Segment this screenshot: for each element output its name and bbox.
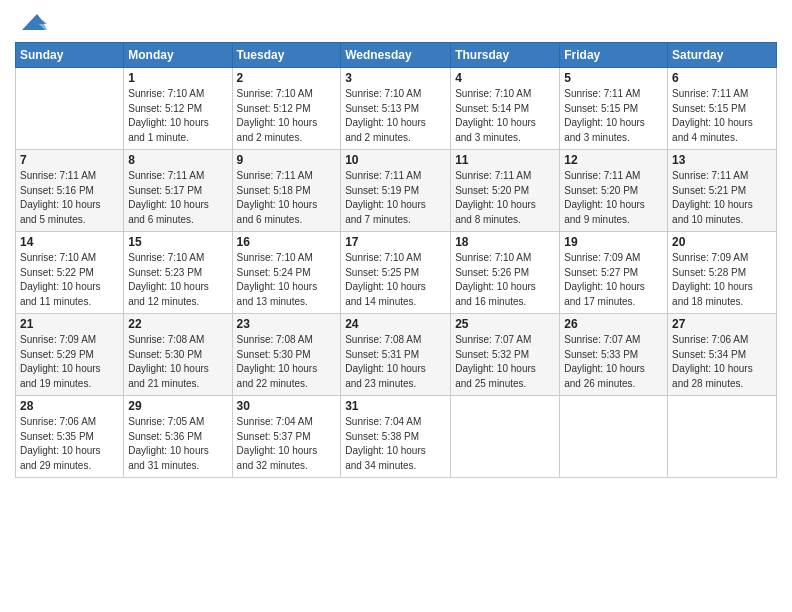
day-number: 31 [345, 399, 446, 413]
day-cell [451, 396, 560, 478]
day-info: Sunrise: 7:10 AMSunset: 5:24 PMDaylight:… [237, 251, 337, 309]
day-info: Sunrise: 7:07 AMSunset: 5:33 PMDaylight:… [564, 333, 663, 391]
day-info: Sunrise: 7:10 AMSunset: 5:26 PMDaylight:… [455, 251, 555, 309]
day-cell: 6Sunrise: 7:11 AMSunset: 5:15 PMDaylight… [668, 68, 777, 150]
day-cell: 30Sunrise: 7:04 AMSunset: 5:37 PMDayligh… [232, 396, 341, 478]
day-info: Sunrise: 7:07 AMSunset: 5:32 PMDaylight:… [455, 333, 555, 391]
day-cell: 16Sunrise: 7:10 AMSunset: 5:24 PMDayligh… [232, 232, 341, 314]
day-number: 1 [128, 71, 227, 85]
col-tuesday: Tuesday [232, 43, 341, 68]
day-number: 8 [128, 153, 227, 167]
day-info: Sunrise: 7:08 AMSunset: 5:31 PMDaylight:… [345, 333, 446, 391]
day-number: 7 [20, 153, 119, 167]
day-number: 13 [672, 153, 772, 167]
day-cell: 22Sunrise: 7:08 AMSunset: 5:30 PMDayligh… [124, 314, 232, 396]
day-number: 10 [345, 153, 446, 167]
day-cell [668, 396, 777, 478]
day-cell: 14Sunrise: 7:10 AMSunset: 5:22 PMDayligh… [16, 232, 124, 314]
day-number: 17 [345, 235, 446, 249]
day-number: 23 [237, 317, 337, 331]
day-info: Sunrise: 7:11 AMSunset: 5:19 PMDaylight:… [345, 169, 446, 227]
day-info: Sunrise: 7:09 AMSunset: 5:29 PMDaylight:… [20, 333, 119, 391]
week-row-1: 1Sunrise: 7:10 AMSunset: 5:12 PMDaylight… [16, 68, 777, 150]
day-number: 2 [237, 71, 337, 85]
day-cell: 26Sunrise: 7:07 AMSunset: 5:33 PMDayligh… [560, 314, 668, 396]
day-info: Sunrise: 7:10 AMSunset: 5:13 PMDaylight:… [345, 87, 446, 145]
day-number: 25 [455, 317, 555, 331]
day-cell: 7Sunrise: 7:11 AMSunset: 5:16 PMDaylight… [16, 150, 124, 232]
day-info: Sunrise: 7:08 AMSunset: 5:30 PMDaylight:… [128, 333, 227, 391]
day-info: Sunrise: 7:09 AMSunset: 5:27 PMDaylight:… [564, 251, 663, 309]
calendar-table: Sunday Monday Tuesday Wednesday Thursday… [15, 42, 777, 478]
day-info: Sunrise: 7:10 AMSunset: 5:12 PMDaylight:… [237, 87, 337, 145]
day-number: 5 [564, 71, 663, 85]
day-cell: 4Sunrise: 7:10 AMSunset: 5:14 PMDaylight… [451, 68, 560, 150]
day-info: Sunrise: 7:10 AMSunset: 5:12 PMDaylight:… [128, 87, 227, 145]
day-info: Sunrise: 7:11 AMSunset: 5:20 PMDaylight:… [455, 169, 555, 227]
day-cell: 20Sunrise: 7:09 AMSunset: 5:28 PMDayligh… [668, 232, 777, 314]
day-cell: 29Sunrise: 7:05 AMSunset: 5:36 PMDayligh… [124, 396, 232, 478]
day-info: Sunrise: 7:05 AMSunset: 5:36 PMDaylight:… [128, 415, 227, 473]
day-cell: 11Sunrise: 7:11 AMSunset: 5:20 PMDayligh… [451, 150, 560, 232]
day-number: 22 [128, 317, 227, 331]
day-number: 26 [564, 317, 663, 331]
col-thursday: Thursday [451, 43, 560, 68]
day-cell: 15Sunrise: 7:10 AMSunset: 5:23 PMDayligh… [124, 232, 232, 314]
col-friday: Friday [560, 43, 668, 68]
day-cell: 5Sunrise: 7:11 AMSunset: 5:15 PMDaylight… [560, 68, 668, 150]
day-number: 15 [128, 235, 227, 249]
page: Sunday Monday Tuesday Wednesday Thursday… [0, 0, 792, 612]
day-cell: 31Sunrise: 7:04 AMSunset: 5:38 PMDayligh… [341, 396, 451, 478]
header-row: Sunday Monday Tuesday Wednesday Thursday… [16, 43, 777, 68]
header [15, 10, 777, 34]
logo [15, 10, 47, 34]
day-number: 9 [237, 153, 337, 167]
day-number: 6 [672, 71, 772, 85]
day-info: Sunrise: 7:06 AMSunset: 5:34 PMDaylight:… [672, 333, 772, 391]
day-cell: 13Sunrise: 7:11 AMSunset: 5:21 PMDayligh… [668, 150, 777, 232]
day-cell: 10Sunrise: 7:11 AMSunset: 5:19 PMDayligh… [341, 150, 451, 232]
day-cell [16, 68, 124, 150]
col-saturday: Saturday [668, 43, 777, 68]
week-row-5: 28Sunrise: 7:06 AMSunset: 5:35 PMDayligh… [16, 396, 777, 478]
day-cell: 24Sunrise: 7:08 AMSunset: 5:31 PMDayligh… [341, 314, 451, 396]
day-info: Sunrise: 7:04 AMSunset: 5:37 PMDaylight:… [237, 415, 337, 473]
day-cell: 27Sunrise: 7:06 AMSunset: 5:34 PMDayligh… [668, 314, 777, 396]
day-info: Sunrise: 7:11 AMSunset: 5:17 PMDaylight:… [128, 169, 227, 227]
day-cell: 12Sunrise: 7:11 AMSunset: 5:20 PMDayligh… [560, 150, 668, 232]
day-number: 20 [672, 235, 772, 249]
day-info: Sunrise: 7:06 AMSunset: 5:35 PMDaylight:… [20, 415, 119, 473]
col-wednesday: Wednesday [341, 43, 451, 68]
day-info: Sunrise: 7:11 AMSunset: 5:15 PMDaylight:… [672, 87, 772, 145]
col-monday: Monday [124, 43, 232, 68]
day-info: Sunrise: 7:09 AMSunset: 5:28 PMDaylight:… [672, 251, 772, 309]
col-sunday: Sunday [16, 43, 124, 68]
day-info: Sunrise: 7:08 AMSunset: 5:30 PMDaylight:… [237, 333, 337, 391]
day-cell: 18Sunrise: 7:10 AMSunset: 5:26 PMDayligh… [451, 232, 560, 314]
day-cell: 21Sunrise: 7:09 AMSunset: 5:29 PMDayligh… [16, 314, 124, 396]
day-cell [560, 396, 668, 478]
day-number: 3 [345, 71, 446, 85]
day-number: 16 [237, 235, 337, 249]
day-info: Sunrise: 7:10 AMSunset: 5:25 PMDaylight:… [345, 251, 446, 309]
day-info: Sunrise: 7:11 AMSunset: 5:18 PMDaylight:… [237, 169, 337, 227]
day-cell: 17Sunrise: 7:10 AMSunset: 5:25 PMDayligh… [341, 232, 451, 314]
day-number: 30 [237, 399, 337, 413]
day-number: 29 [128, 399, 227, 413]
day-info: Sunrise: 7:11 AMSunset: 5:16 PMDaylight:… [20, 169, 119, 227]
day-number: 21 [20, 317, 119, 331]
day-number: 24 [345, 317, 446, 331]
day-cell: 2Sunrise: 7:10 AMSunset: 5:12 PMDaylight… [232, 68, 341, 150]
day-number: 4 [455, 71, 555, 85]
day-info: Sunrise: 7:11 AMSunset: 5:20 PMDaylight:… [564, 169, 663, 227]
day-info: Sunrise: 7:04 AMSunset: 5:38 PMDaylight:… [345, 415, 446, 473]
day-cell: 3Sunrise: 7:10 AMSunset: 5:13 PMDaylight… [341, 68, 451, 150]
day-number: 14 [20, 235, 119, 249]
logo-icon [17, 10, 47, 34]
day-info: Sunrise: 7:10 AMSunset: 5:22 PMDaylight:… [20, 251, 119, 309]
day-info: Sunrise: 7:10 AMSunset: 5:23 PMDaylight:… [128, 251, 227, 309]
day-cell: 28Sunrise: 7:06 AMSunset: 5:35 PMDayligh… [16, 396, 124, 478]
day-number: 19 [564, 235, 663, 249]
day-number: 11 [455, 153, 555, 167]
day-cell: 9Sunrise: 7:11 AMSunset: 5:18 PMDaylight… [232, 150, 341, 232]
